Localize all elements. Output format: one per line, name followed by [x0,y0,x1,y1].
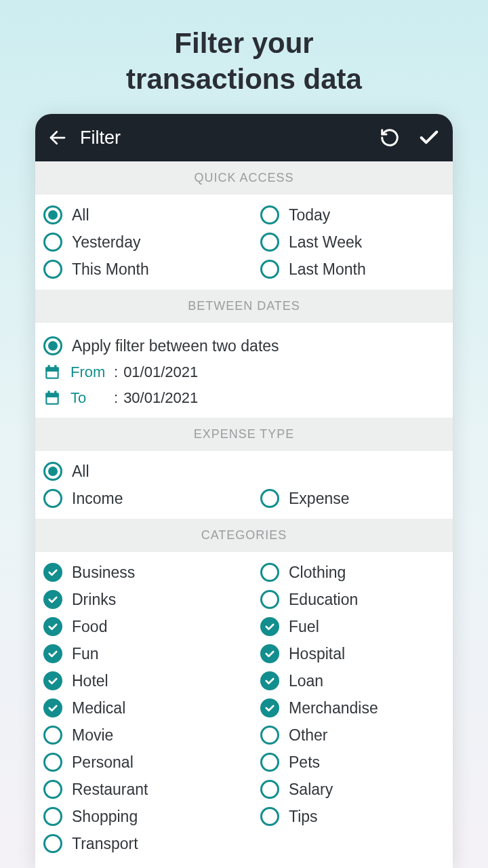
option-label: Today [289,206,330,224]
radio-icon [43,336,62,355]
reset-button[interactable] [380,127,400,148]
option-label: Restaurant [72,781,148,799]
checkbox-icon [260,807,279,826]
to-date-row[interactable]: To : 30/01/2021 [43,385,445,411]
category-option-fun[interactable]: Fun [43,640,228,667]
category-option-hospital[interactable]: Hospital [260,640,445,667]
section-header-between-dates: BETWEEN DATES [35,290,453,323]
checkbox-icon [260,698,279,717]
section-header-quick-access: QUICK ACCESS [35,161,453,195]
radio-icon [260,489,279,508]
back-button[interactable] [47,127,68,148]
expense-type-option-expense[interactable]: Expense [260,485,445,512]
category-option-drinks[interactable]: Drinks [43,586,228,613]
category-option-restaurant[interactable]: Restaurant [43,776,228,803]
section-header-categories: CATEGORIES [35,519,453,552]
section-header-expense-type: EXPENSE TYPE [35,418,453,451]
checkbox-icon [260,644,279,663]
checkbox-icon [43,698,62,717]
option-label: Business [72,564,135,582]
option-label: Education [289,591,358,609]
category-option-transport[interactable]: Transport [43,830,228,857]
category-option-food[interactable]: Food [43,613,228,640]
calendar-icon [43,363,61,381]
option-label: Income [72,490,123,508]
category-option-loan[interactable]: Loan [260,667,445,694]
radio-icon [43,489,62,508]
category-option-education[interactable]: Education [260,586,445,613]
categories-body: BusinessDrinksFoodFunHotelMedicalMoviePe… [35,552,453,864]
category-option-fuel[interactable]: Fuel [260,613,445,640]
option-label: Other [289,726,328,745]
category-option-business[interactable]: Business [43,559,228,586]
option-label: Shopping [72,808,138,826]
checkbox-icon [43,671,62,690]
option-label: Yesterday [72,233,140,252]
radio-icon [260,205,279,224]
option-label: Clothing [289,564,346,582]
option-label: Hospital [289,645,345,663]
category-option-merchandise[interactable]: Merchandise [260,694,445,722]
to-date-value: 30/01/2021 [123,389,198,407]
category-option-salary[interactable]: Salary [260,776,445,803]
option-label: Movie [72,726,113,745]
quick-access-option-all[interactable]: All [43,201,228,229]
checkbox-icon [43,644,62,663]
checkbox-icon [43,590,62,609]
check-icon [418,126,441,149]
svg-rect-4 [54,365,56,368]
reset-icon [380,127,400,148]
expense-type-option-income[interactable]: Income [43,485,228,512]
category-option-movie[interactable]: Movie [43,722,228,749]
option-label: Expense [289,490,350,508]
checkbox-icon [260,590,279,609]
option-label: Transport [72,835,138,853]
quick-access-body: AllYesterdayThis Month TodayLast WeekLas… [35,195,453,290]
apply-button[interactable] [418,126,441,149]
quick-access-option-this-month[interactable]: This Month [43,256,228,283]
option-label: Pets [289,753,320,772]
option-label: All [72,462,89,481]
radio-icon [260,260,279,279]
option-label: Loan [289,672,323,690]
separator: : [114,389,118,407]
quick-access-option-yesterday[interactable]: Yesterday [43,229,228,256]
option-label: Tips [289,808,318,826]
option-label: Hotel [72,672,108,690]
checkbox-icon [260,780,279,799]
svg-rect-8 [48,391,50,394]
radio-icon [43,205,62,224]
option-label: Medical [72,699,125,717]
promo-line2: transactions data [0,62,488,98]
from-date-row[interactable]: From : 01/01/2021 [43,359,445,385]
checkbox-icon [43,753,62,772]
category-option-personal[interactable]: Personal [43,749,228,776]
separator: : [114,363,118,381]
arrow-left-icon [47,127,68,148]
option-label: Drinks [72,591,116,609]
checkbox-icon [43,617,62,636]
category-option-tips[interactable]: Tips [260,803,445,830]
quick-access-option-today[interactable]: Today [260,201,445,229]
category-option-hotel[interactable]: Hotel [43,667,228,694]
svg-rect-10 [47,397,57,403]
category-option-shopping[interactable]: Shopping [43,803,228,830]
calendar-icon [43,389,61,407]
category-option-pets[interactable]: Pets [260,749,445,776]
from-date-value: 01/01/2021 [123,363,198,381]
svg-rect-7 [45,393,59,396]
expense-type-option-all[interactable]: All [43,458,228,485]
option-label: Fun [72,645,99,663]
phone-frame: Filter QUICK ACCESS AllYesterdayThis Mon… [35,114,453,868]
checkbox-icon [43,563,62,582]
category-option-clothing[interactable]: Clothing [260,559,445,586]
category-option-other[interactable]: Other [260,722,445,749]
quick-access-option-last-month[interactable]: Last Month [260,256,445,283]
quick-access-option-last-week[interactable]: Last Week [260,229,445,256]
apply-between-dates-option[interactable]: Apply filter between two dates [43,332,445,359]
option-label: This Month [72,260,149,279]
svg-rect-3 [48,365,50,368]
option-label: Last Week [289,233,362,252]
option-label: Fuel [289,618,319,636]
category-option-medical[interactable]: Medical [43,694,228,722]
